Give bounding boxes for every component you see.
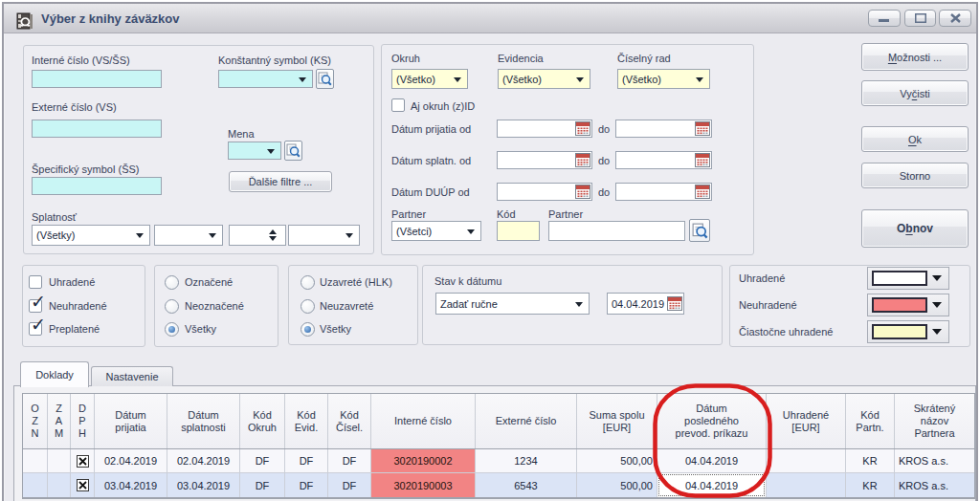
mena-lookup-button[interactable]	[284, 141, 302, 161]
datum-splatn-do-input[interactable]	[615, 151, 712, 169]
specificky-symbol-input[interactable]	[32, 177, 162, 195]
table-row-1[interactable]: 02.04.201902.04.2019DFDFDF30201900021234…	[23, 449, 974, 473]
cell-skrateny-nazov[interactable]: KROS a.s.	[895, 473, 974, 497]
cell-kod-okruh[interactable]: DF	[240, 449, 285, 472]
cell-ozn[interactable]	[23, 449, 48, 472]
column-header-kod-okruh[interactable]: KódOkruh	[240, 394, 285, 448]
splatnost-combo-3[interactable]	[288, 225, 360, 246]
title-bar[interactable]: Výber z knihy záväzkov	[4, 4, 976, 33]
cell-suma-spolu[interactable]: 500,00	[577, 449, 657, 472]
cell-datum-splatnosti[interactable]: 03.04.2019	[167, 473, 240, 497]
legend-neuhradene-color-dropdown[interactable]	[867, 294, 949, 316]
maximize-button[interactable]	[904, 10, 936, 27]
cell-datum-splatnosti[interactable]: 02.04.2019	[167, 449, 240, 472]
column-header-uhradene-eur[interactable]: Uhradené[EUR]	[767, 394, 846, 448]
legend-uhradene-color-dropdown[interactable]	[867, 267, 949, 290]
neuzavrete-radio[interactable]	[301, 299, 315, 314]
column-header-suma-spolu[interactable]: Suma spolu[EUR]	[577, 394, 657, 448]
partner-lookup-button[interactable]	[689, 219, 710, 242]
datum-duup-od-input[interactable]	[497, 183, 592, 201]
dalsie-filtre-button[interactable]: Ďalšie filtre ...	[229, 171, 332, 192]
column-header-dph[interactable]: DPH	[71, 394, 95, 448]
datum-splatn-od-input[interactable]	[497, 151, 592, 169]
cell-kod-evid[interactable]: DF	[285, 449, 328, 472]
datum-duup-do-input[interactable]	[615, 183, 712, 201]
vsetky-closed-radio[interactable]	[301, 322, 315, 337]
tab-nastavenie[interactable]: Nastavenie	[91, 366, 173, 386]
column-header-kod-partn[interactable]: KódPartn.	[846, 394, 895, 448]
mena-combo[interactable]	[228, 142, 281, 160]
column-header-datum-splatnosti[interactable]: Dátumsplatnosti	[167, 394, 240, 448]
cell-interne-cislo[interactable]: 3020190002	[371, 449, 476, 472]
interne-cislo-input[interactable]	[32, 70, 162, 88]
neuhradene-checkbox[interactable]: ✓	[29, 299, 42, 313]
cell-kod-partn[interactable]: KR	[846, 473, 895, 497]
calendar-icon[interactable]	[575, 153, 590, 167]
uhradene-checkbox[interactable]	[29, 275, 42, 289]
cell-kod-cisel[interactable]: DF	[328, 449, 371, 472]
moznosti-button[interactable]: Možnosti ...	[861, 43, 969, 71]
ok-button[interactable]: Ok	[861, 126, 969, 152]
partner-input[interactable]	[548, 221, 685, 241]
cell-zam[interactable]	[48, 473, 71, 497]
uzavrete-radio[interactable]	[301, 275, 315, 290]
calendar-icon[interactable]	[575, 185, 590, 199]
cell-datum-prijatia[interactable]: 02.04.2019	[95, 449, 167, 472]
stav-k-datumu-combo[interactable]: Zadať ručne	[435, 293, 590, 315]
calendar-icon[interactable]	[575, 121, 590, 136]
spin-up-icon[interactable]	[269, 229, 277, 234]
konstantny-symbol-lookup-button[interactable]	[316, 69, 334, 89]
datum-prijatia-do-input[interactable]	[615, 120, 712, 138]
cell-kod-partn[interactable]: KR	[846, 449, 895, 472]
datum-prijatia-od-input[interactable]	[497, 120, 592, 138]
cell-datum-prevod-prikazu[interactable]: 04.04.2019	[657, 449, 767, 472]
cell-kod-cisel[interactable]: DF	[328, 473, 371, 497]
cell-externe-cislo[interactable]: 6543	[476, 473, 577, 497]
column-header-interne-cislo[interactable]: Interné číslo	[371, 394, 476, 448]
partner-combo[interactable]: (Všetci)	[391, 221, 481, 241]
cell-interne-cislo[interactable]: 3020190003	[371, 473, 476, 497]
cell-dph[interactable]	[71, 449, 95, 472]
aj-okruh-checkbox[interactable]	[391, 98, 405, 112]
splatnost-combo-2[interactable]	[154, 225, 223, 246]
close-button[interactable]	[939, 10, 971, 27]
splatnost-combo[interactable]: (Všetky)	[32, 225, 150, 246]
splatnost-spinner[interactable]	[229, 225, 286, 246]
cell-skrateny-nazov[interactable]: KROS a.s.	[895, 449, 974, 472]
column-header-kod-cisel[interactable]: KódČísel.	[328, 394, 371, 448]
vycisti-button[interactable]: Vyčisti	[861, 80, 969, 106]
cell-kod-okruh[interactable]: DF	[240, 473, 285, 497]
legend-ciastocne-color-dropdown[interactable]	[867, 320, 949, 343]
minimize-button[interactable]	[868, 10, 901, 27]
cell-datum-prijatia[interactable]: 03.04.2019	[95, 473, 167, 497]
column-header-kod-evid[interactable]: KódEvid.	[285, 394, 328, 448]
vsetky-marked-radio[interactable]	[165, 322, 179, 337]
preplatene-checkbox[interactable]: ✓	[29, 322, 42, 336]
storno-button[interactable]: Storno	[861, 163, 969, 188]
spin-down-icon[interactable]	[269, 236, 277, 241]
cell-suma-spolu[interactable]: 500,00	[577, 473, 657, 497]
calendar-icon[interactable]	[695, 153, 710, 167]
cell-uhradene-eur[interactable]	[767, 449, 846, 472]
kod-input[interactable]	[497, 221, 540, 241]
cell-kod-evid[interactable]: DF	[285, 473, 328, 497]
externe-cislo-input[interactable]	[32, 120, 162, 138]
ciselny-rad-combo[interactable]: (Všetko)	[617, 69, 710, 89]
cell-ozn[interactable]	[23, 473, 48, 497]
neoznacene-radio[interactable]	[165, 299, 179, 314]
obnov-button[interactable]: Obnov	[861, 209, 969, 248]
stav-k-datumu-date-input[interactable]: 04.04.2019	[607, 293, 684, 315]
konstantny-symbol-combo[interactable]	[218, 70, 313, 88]
column-header-datum-prevod-prikazu[interactable]: Dátumposlednéhoprevod. príkazu	[657, 394, 767, 448]
calendar-icon[interactable]	[695, 121, 710, 136]
cell-uhradene-eur[interactable]	[767, 473, 846, 497]
column-header-externe-cislo[interactable]: Externé číslo	[476, 394, 577, 448]
cell-datum-prevod-prikazu[interactable]: 04.04.2019	[657, 473, 767, 497]
evidencia-combo[interactable]: (Všetko)	[498, 69, 590, 89]
calendar-icon[interactable]	[695, 185, 710, 199]
table-row-2[interactable]: 03.04.201903.04.2019DFDFDF30201900036543…	[23, 473, 974, 497]
cell-externe-cislo[interactable]: 1234	[476, 449, 577, 472]
column-header-ozn[interactable]: OZN	[23, 394, 48, 448]
calendar-icon[interactable]	[667, 296, 682, 311]
okruh-combo[interactable]: (Všetko)	[391, 69, 468, 89]
